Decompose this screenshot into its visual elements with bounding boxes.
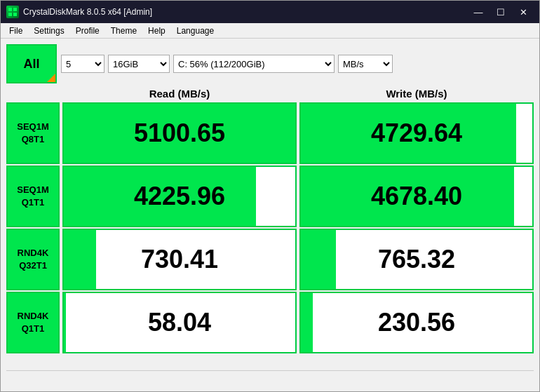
- row-label-0: SEQ1M Q8T1: [6, 102, 60, 164]
- menu-bar: File Settings Profile Theme Help Languag…: [1, 23, 539, 39]
- menu-file[interactable]: File: [4, 25, 28, 37]
- unit-dropdown[interactable]: MB/s GB/s IOPS μs: [338, 55, 393, 73]
- write-cell-3: 230.56: [299, 292, 534, 353]
- row-label-1: SEQ1M Q1T1: [6, 165, 60, 227]
- runs-dropdown[interactable]: 5 1 3 10: [61, 55, 104, 73]
- menu-profile[interactable]: Profile: [70, 25, 105, 37]
- write-cell-2: 765.32: [299, 229, 534, 290]
- title-bar: CrystalDiskMark 8.0.5 x64 [Admin] — ☐ ✕: [1, 1, 539, 23]
- menu-help[interactable]: Help: [142, 25, 171, 37]
- app-icon: [6, 6, 19, 18]
- read-cell-2: 730.41: [62, 229, 297, 290]
- write-header: Write (MB/s): [299, 86, 534, 101]
- main-window: CrystalDiskMark 8.0.5 x64 [Admin] — ☐ ✕ …: [0, 0, 540, 392]
- menu-theme[interactable]: Theme: [105, 25, 142, 37]
- table-row: SEQ1M Q1T1 4225.96 4678.40: [6, 165, 534, 227]
- close-button[interactable]: ✕: [513, 4, 534, 20]
- title-bar-controls: — ☐ ✕: [468, 4, 534, 20]
- minimize-button[interactable]: —: [468, 4, 489, 20]
- window-title: CrystalDiskMark 8.0.5 x64 [Admin]: [23, 7, 152, 17]
- menu-settings[interactable]: Settings: [28, 25, 69, 37]
- read-cell-3: 58.04: [62, 292, 297, 353]
- maximize-button[interactable]: ☐: [490, 4, 511, 20]
- table-row: RND4K Q32T1 730.41 765.32: [6, 229, 534, 290]
- table-row: SEQ1M Q8T1 5100.65 4729.64: [6, 102, 534, 164]
- menu-language[interactable]: Language: [171, 25, 220, 37]
- read-cell-1: 4225.96: [62, 165, 297, 227]
- svg-rect-3: [13, 13, 17, 16]
- results-table: Read (MB/s) Write (MB/s) SEQ1M Q8T1 5100…: [6, 86, 534, 367]
- svg-rect-2: [8, 13, 12, 16]
- main-content: All 5 1 3 10 16GiB 1GiB 4GiB 8GiB 32GiB …: [1, 39, 539, 391]
- table-header: Read (MB/s) Write (MB/s): [62, 86, 534, 101]
- svg-rect-1: [13, 8, 17, 11]
- title-bar-left: CrystalDiskMark 8.0.5 x64 [Admin]: [6, 6, 152, 18]
- size-dropdown[interactable]: 16GiB 1GiB 4GiB 8GiB 32GiB 64GiB: [108, 55, 170, 73]
- svg-rect-0: [8, 8, 12, 11]
- status-bar: [6, 370, 534, 386]
- read-cell-0: 5100.65: [62, 102, 297, 164]
- row-label-3: RND4K Q1T1: [6, 292, 60, 353]
- all-button[interactable]: All: [6, 44, 57, 83]
- read-header: Read (MB/s): [62, 86, 297, 101]
- write-cell-0: 4729.64: [299, 102, 534, 164]
- row-label-2: RND4K Q32T1: [6, 229, 60, 290]
- write-cell-1: 4678.40: [299, 165, 534, 227]
- drive-dropdown[interactable]: C: 56% (112/200GiB): [173, 55, 335, 73]
- table-row: RND4K Q1T1 58.04 230.56: [6, 292, 534, 353]
